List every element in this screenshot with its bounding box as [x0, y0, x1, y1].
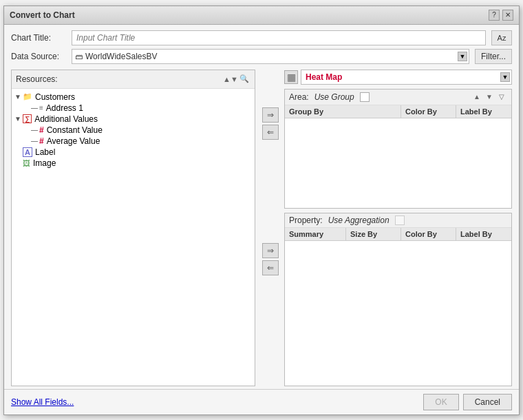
list-item[interactable]: — # Constant Value: [14, 125, 252, 136]
chart-title-input[interactable]: [72, 30, 486, 45]
area-value: Use Group: [314, 92, 354, 102]
group-by-header: Group By: [285, 105, 401, 118]
remove-from-property-button[interactable]: ⇐: [262, 260, 279, 275]
chart-type-row: ▦ Heat Map ▼: [284, 70, 512, 85]
titlebar: Convert to Chart ? ✕: [4, 6, 519, 25]
right-middle: ⇒ ⇐ ⇒ ⇐ ▦ Heat Map ▼: [261, 70, 512, 386]
area-actions: ▲ ▼ ▽: [471, 92, 507, 103]
resources-actions: ▲▼ 🔍: [224, 73, 250, 85]
ok-button[interactable]: OK: [423, 394, 458, 410]
resources-label: Resources:: [16, 74, 58, 84]
property-section: Property: Use Aggregation Summary Size B…: [284, 213, 512, 386]
summary-header: Summary: [285, 228, 346, 241]
area-header: Area: Use Group ▲ ▼ ▽: [285, 90, 511, 105]
top-arrows-group: ⇒ ⇐: [262, 107, 279, 140]
list-item[interactable]: 🖼 Image: [14, 158, 252, 169]
property-checkbox[interactable]: [395, 216, 405, 225]
search-icon[interactable]: 🔍: [238, 73, 250, 85]
arrows-column: ⇒ ⇐ ⇒ ⇐: [261, 70, 280, 386]
list-item[interactable]: — # Average Value: [14, 136, 252, 147]
list-item[interactable]: — ≡ Address 1: [14, 103, 252, 114]
content-area: Resources: ▲▼ 🔍 ▼ 📁 Customers —: [4, 67, 519, 389]
property-table-body: [285, 241, 511, 324]
tree-item-label: Image: [33, 158, 56, 168]
tree-item-label: Customers: [35, 92, 75, 102]
tree-item-label: Additional Values: [34, 114, 98, 124]
property-label: Property:: [289, 216, 323, 225]
area-up-button[interactable]: ▲: [471, 92, 482, 103]
datasource-row: Data Source: 🗃 WorldWideSalesBV ▼ Filter…: [11, 49, 512, 64]
tree-item-label: Constant Value: [47, 125, 103, 135]
list-item[interactable]: A Label: [14, 147, 252, 158]
remove-from-area-button[interactable]: ⇐: [262, 125, 279, 140]
dialog-title: Convert to Chart: [10, 10, 75, 20]
chart-type-value: Heat Map: [301, 72, 511, 82]
datasource-label: Data Source:: [11, 52, 66, 61]
right-sections: ▦ Heat Map ▼ Area: Use Group ▲: [284, 70, 512, 386]
bottom-arrows-group: ⇒ ⇐: [262, 243, 279, 275]
area-table-body: [285, 118, 511, 208]
color-by-header: Color By: [401, 105, 456, 118]
area-down-button[interactable]: ▼: [484, 92, 495, 103]
label-by-header: Label By: [456, 105, 511, 118]
tree-item-label: Label: [35, 147, 55, 157]
property-value: Use Aggregation: [328, 216, 389, 225]
resources-header: Resources: ▲▼ 🔍: [12, 70, 255, 89]
list-item[interactable]: ▼ 📁 Customers: [14, 92, 252, 103]
add-to-property-button[interactable]: ⇒: [262, 243, 279, 258]
datasource-icon: 🗃: [75, 52, 83, 61]
az-button[interactable]: Az: [491, 30, 512, 45]
cancel-button[interactable]: Cancel: [463, 394, 512, 410]
add-to-area-button[interactable]: ⇒: [262, 107, 279, 123]
color-by-header2: Color By: [401, 228, 456, 241]
area-label: Area:: [289, 92, 309, 102]
chart-title-row: Chart Title: Az: [11, 30, 512, 45]
datasource-value: WorldWideSalesBV: [85, 52, 157, 61]
tree-item-label: Average Value: [47, 136, 100, 146]
footer-buttons: OK Cancel: [423, 394, 512, 410]
chart-title-label: Chart Title:: [11, 33, 66, 43]
form-area: Chart Title: Az Data Source: 🗃 WorldWide…: [4, 25, 519, 67]
label-by-header2: Label By: [456, 228, 511, 241]
footer-area: Show All Fields... OK Cancel: [4, 389, 519, 414]
property-header: Property: Use Aggregation: [285, 213, 511, 228]
help-button[interactable]: ?: [489, 10, 500, 21]
area-section: Area: Use Group ▲ ▼ ▽ Group By Color By …: [284, 89, 512, 209]
titlebar-controls: ? ✕: [489, 10, 513, 21]
chart-type-select[interactable]: Heat Map ▼: [301, 70, 512, 85]
show-all-fields-link[interactable]: Show All Fields...: [11, 397, 74, 407]
area-table-header: Group By Color By Label By: [285, 105, 511, 118]
list-item[interactable]: ▼ ∑ Additional Values: [14, 114, 252, 125]
convert-to-chart-dialog: Convert to Chart ? ✕ Chart Title: Az Dat…: [3, 6, 520, 415]
chart-type-icon: ▦: [284, 70, 298, 84]
sort-up-icon[interactable]: ▲▼: [224, 73, 237, 85]
property-table-header: Summary Size By Color By Label By: [285, 228, 511, 241]
tree-area: ▼ 📁 Customers — ≡ Address 1 ▼ ∑ Addition…: [12, 89, 255, 386]
resources-panel: Resources: ▲▼ 🔍 ▼ 📁 Customers —: [11, 70, 255, 386]
size-by-header: Size By: [346, 228, 401, 241]
area-filter-button[interactable]: ▽: [496, 92, 507, 103]
area-checkbox[interactable]: [360, 92, 370, 102]
tree-item-label: Address 1: [46, 103, 83, 113]
close-button[interactable]: ✕: [502, 10, 513, 21]
filter-button[interactable]: Filter...: [475, 49, 512, 64]
datasource-select[interactable]: 🗃 WorldWideSalesBV ▼: [72, 49, 469, 64]
